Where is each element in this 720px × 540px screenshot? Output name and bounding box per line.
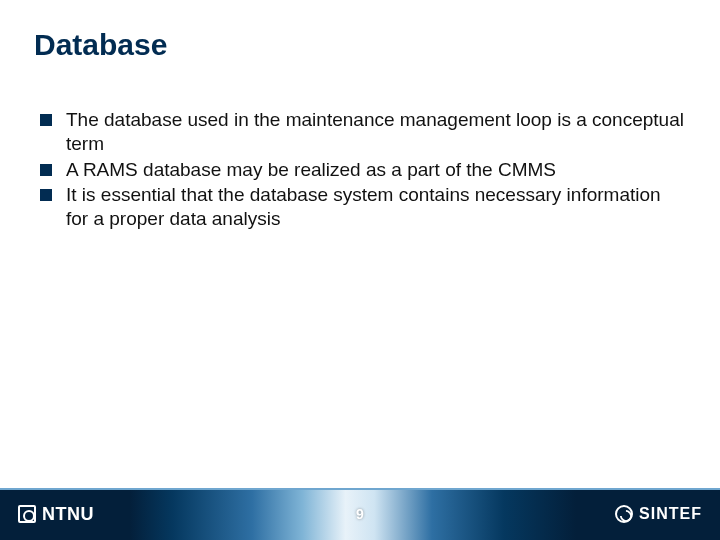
bullet-text: It is essential that the database system… — [66, 184, 661, 229]
ntnu-icon — [18, 505, 36, 523]
page-number: 9 — [356, 506, 364, 522]
sintef-icon — [615, 505, 633, 523]
ntnu-logo-text: NTNU — [42, 504, 94, 525]
slide-content: Database The database used in the mainte… — [0, 0, 720, 488]
bullet-item: The database used in the maintenance man… — [40, 108, 686, 156]
slide-footer: NTNU 9 SINTEF — [0, 488, 720, 540]
bullet-item: A RAMS database may be realized as a par… — [40, 158, 686, 182]
sintef-logo-text: SINTEF — [639, 505, 702, 523]
ntnu-logo: NTNU — [18, 504, 94, 525]
bullet-text: The database used in the maintenance man… — [66, 109, 684, 154]
bullet-square-icon — [40, 164, 52, 176]
bullet-item: It is essential that the database system… — [40, 183, 686, 231]
slide: Database The database used in the mainte… — [0, 0, 720, 540]
bullet-square-icon — [40, 189, 52, 201]
bullet-square-icon — [40, 114, 52, 126]
footer-content: NTNU 9 SINTEF — [0, 488, 720, 540]
bullet-text: A RAMS database may be realized as a par… — [66, 159, 556, 180]
slide-title: Database — [34, 28, 686, 62]
bullet-list: The database used in the maintenance man… — [34, 108, 686, 231]
sintef-logo: SINTEF — [615, 505, 702, 523]
